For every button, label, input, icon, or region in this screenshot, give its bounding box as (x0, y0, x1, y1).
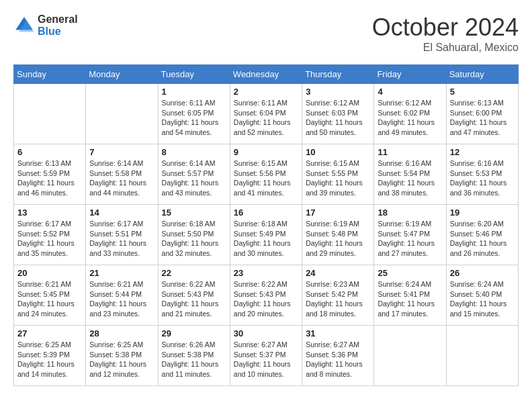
day-info: Sunrise: 6:17 AM Sunset: 5:51 PM Dayligh… (89, 219, 154, 259)
day-info: Sunrise: 6:27 AM Sunset: 5:37 PM Dayligh… (234, 340, 298, 379)
calendar-cell (86, 84, 158, 144)
logo-blue: Blue (38, 26, 78, 38)
calendar-cell: 29Sunrise: 6:26 AM Sunset: 5:38 PM Dayli… (158, 326, 230, 386)
day-number: 10 (306, 147, 370, 157)
day-number: 4 (378, 87, 442, 97)
week-row-5: 27Sunrise: 6:25 AM Sunset: 5:39 PM Dayli… (14, 326, 519, 386)
day-number: 29 (162, 328, 226, 338)
day-info: Sunrise: 6:26 AM Sunset: 5:38 PM Dayligh… (162, 340, 226, 379)
week-row-3: 13Sunrise: 6:17 AM Sunset: 5:52 PM Dayli… (14, 205, 519, 265)
calendar-header: SundayMondayTuesdayWednesdayThursdayFrid… (14, 65, 519, 84)
calendar-cell: 18Sunrise: 6:19 AM Sunset: 5:47 PM Dayli… (374, 205, 446, 265)
calendar-cell: 3Sunrise: 6:12 AM Sunset: 6:03 PM Daylig… (302, 84, 374, 144)
calendar-cell: 20Sunrise: 6:21 AM Sunset: 5:45 PM Dayli… (14, 265, 86, 326)
day-number: 1 (162, 87, 226, 97)
calendar-cell: 8Sunrise: 6:14 AM Sunset: 5:57 PM Daylig… (158, 144, 230, 205)
logo-icon (13, 15, 35, 36)
day-of-week-friday: Friday (374, 65, 446, 84)
calendar-cell: 24Sunrise: 6:23 AM Sunset: 5:42 PM Dayli… (302, 265, 374, 326)
day-number: 19 (450, 208, 515, 218)
day-number: 8 (162, 147, 226, 157)
calendar-cell: 22Sunrise: 6:22 AM Sunset: 5:43 PM Dayli… (158, 265, 230, 326)
day-info: Sunrise: 6:13 AM Sunset: 5:59 PM Dayligh… (17, 158, 82, 198)
calendar-cell (446, 326, 518, 386)
calendar-cell: 4Sunrise: 6:12 AM Sunset: 6:02 PM Daylig… (374, 84, 446, 144)
day-info: Sunrise: 6:19 AM Sunset: 5:48 PM Dayligh… (306, 219, 370, 259)
calendar-cell: 14Sunrise: 6:17 AM Sunset: 5:51 PM Dayli… (86, 205, 158, 265)
day-number: 5 (450, 87, 515, 97)
day-info: Sunrise: 6:18 AM Sunset: 5:49 PM Dayligh… (234, 219, 298, 259)
week-row-2: 6Sunrise: 6:13 AM Sunset: 5:59 PM Daylig… (14, 144, 519, 205)
day-number: 15 (162, 208, 226, 218)
location: El Sahuaral, Mexico (372, 42, 519, 54)
day-info: Sunrise: 6:27 AM Sunset: 5:36 PM Dayligh… (306, 340, 370, 379)
day-number: 7 (89, 147, 154, 157)
day-info: Sunrise: 6:22 AM Sunset: 5:43 PM Dayligh… (234, 279, 298, 319)
calendar-cell: 21Sunrise: 6:21 AM Sunset: 5:44 PM Dayli… (86, 265, 158, 326)
day-info: Sunrise: 6:12 AM Sunset: 6:02 PM Dayligh… (378, 98, 442, 138)
day-info: Sunrise: 6:21 AM Sunset: 5:44 PM Dayligh… (89, 279, 154, 319)
title-block: October 2024 El Sahuaral, Mexico (372, 13, 519, 54)
calendar-cell: 27Sunrise: 6:25 AM Sunset: 5:39 PM Dayli… (14, 326, 86, 386)
day-of-week-tuesday: Tuesday (158, 65, 230, 84)
calendar-cell (14, 84, 86, 144)
day-info: Sunrise: 6:13 AM Sunset: 6:00 PM Dayligh… (450, 98, 515, 138)
day-info: Sunrise: 6:17 AM Sunset: 5:52 PM Dayligh… (17, 219, 82, 259)
day-number: 22 (162, 268, 226, 278)
logo-general: General (38, 13, 78, 26)
calendar-cell: 2Sunrise: 6:11 AM Sunset: 6:04 PM Daylig… (230, 84, 302, 144)
day-of-week-monday: Monday (86, 65, 158, 84)
calendar-cell: 15Sunrise: 6:18 AM Sunset: 5:50 PM Dayli… (158, 205, 230, 265)
calendar-cell: 31Sunrise: 6:27 AM Sunset: 5:36 PM Dayli… (302, 326, 374, 386)
day-info: Sunrise: 6:11 AM Sunset: 6:04 PM Dayligh… (234, 98, 298, 138)
day-of-week-wednesday: Wednesday (230, 65, 302, 84)
day-number: 23 (234, 268, 298, 278)
calendar-cell: 26Sunrise: 6:24 AM Sunset: 5:40 PM Dayli… (446, 265, 518, 326)
calendar-cell: 19Sunrise: 6:20 AM Sunset: 5:46 PM Dayli… (446, 205, 518, 265)
day-number: 13 (17, 208, 82, 218)
calendar-cell: 7Sunrise: 6:14 AM Sunset: 5:58 PM Daylig… (86, 144, 158, 205)
days-of-week-row: SundayMondayTuesdayWednesdayThursdayFrid… (14, 65, 519, 84)
day-number: 14 (89, 208, 154, 218)
week-row-4: 20Sunrise: 6:21 AM Sunset: 5:45 PM Dayli… (14, 265, 519, 326)
day-info: Sunrise: 6:16 AM Sunset: 5:54 PM Dayligh… (378, 158, 442, 198)
day-info: Sunrise: 6:14 AM Sunset: 5:57 PM Dayligh… (162, 158, 226, 198)
calendar-body: 1Sunrise: 6:11 AM Sunset: 6:05 PM Daylig… (14, 84, 519, 386)
calendar-cell: 6Sunrise: 6:13 AM Sunset: 5:59 PM Daylig… (14, 144, 86, 205)
day-number: 28 (89, 328, 154, 338)
calendar-cell: 30Sunrise: 6:27 AM Sunset: 5:37 PM Dayli… (230, 326, 302, 386)
calendar-cell: 11Sunrise: 6:16 AM Sunset: 5:54 PM Dayli… (374, 144, 446, 205)
calendar-cell: 5Sunrise: 6:13 AM Sunset: 6:00 PM Daylig… (446, 84, 518, 144)
day-number: 16 (234, 208, 298, 218)
calendar-cell (374, 326, 446, 386)
day-of-week-saturday: Saturday (446, 65, 518, 84)
day-info: Sunrise: 6:22 AM Sunset: 5:43 PM Dayligh… (162, 279, 226, 319)
day-info: Sunrise: 6:16 AM Sunset: 5:53 PM Dayligh… (450, 158, 515, 198)
day-number: 12 (450, 147, 515, 157)
day-info: Sunrise: 6:15 AM Sunset: 5:56 PM Dayligh… (234, 158, 298, 198)
day-info: Sunrise: 6:14 AM Sunset: 5:58 PM Dayligh… (89, 158, 154, 198)
day-info: Sunrise: 6:12 AM Sunset: 6:03 PM Dayligh… (306, 98, 370, 138)
day-number: 3 (306, 87, 370, 97)
day-info: Sunrise: 6:24 AM Sunset: 5:41 PM Dayligh… (378, 279, 442, 319)
day-number: 18 (378, 208, 442, 218)
day-number: 25 (378, 268, 442, 278)
day-number: 24 (306, 268, 370, 278)
calendar-cell: 12Sunrise: 6:16 AM Sunset: 5:53 PM Dayli… (446, 144, 518, 205)
day-number: 21 (89, 268, 154, 278)
week-row-1: 1Sunrise: 6:11 AM Sunset: 6:05 PM Daylig… (14, 84, 519, 144)
day-number: 17 (306, 208, 370, 218)
month-title: October 2024 (372, 13, 519, 42)
logo: General Blue (13, 13, 78, 37)
day-info: Sunrise: 6:19 AM Sunset: 5:47 PM Dayligh… (378, 219, 442, 259)
day-number: 30 (234, 328, 298, 338)
day-info: Sunrise: 6:18 AM Sunset: 5:50 PM Dayligh… (162, 219, 226, 259)
day-number: 26 (450, 268, 515, 278)
calendar-cell: 13Sunrise: 6:17 AM Sunset: 5:52 PM Dayli… (14, 205, 86, 265)
day-number: 31 (306, 328, 370, 338)
day-info: Sunrise: 6:25 AM Sunset: 5:39 PM Dayligh… (17, 340, 82, 379)
calendar-cell: 1Sunrise: 6:11 AM Sunset: 6:05 PM Daylig… (158, 84, 230, 144)
day-number: 2 (234, 87, 298, 97)
calendar-cell: 25Sunrise: 6:24 AM Sunset: 5:41 PM Dayli… (374, 265, 446, 326)
calendar-cell: 23Sunrise: 6:22 AM Sunset: 5:43 PM Dayli… (230, 265, 302, 326)
